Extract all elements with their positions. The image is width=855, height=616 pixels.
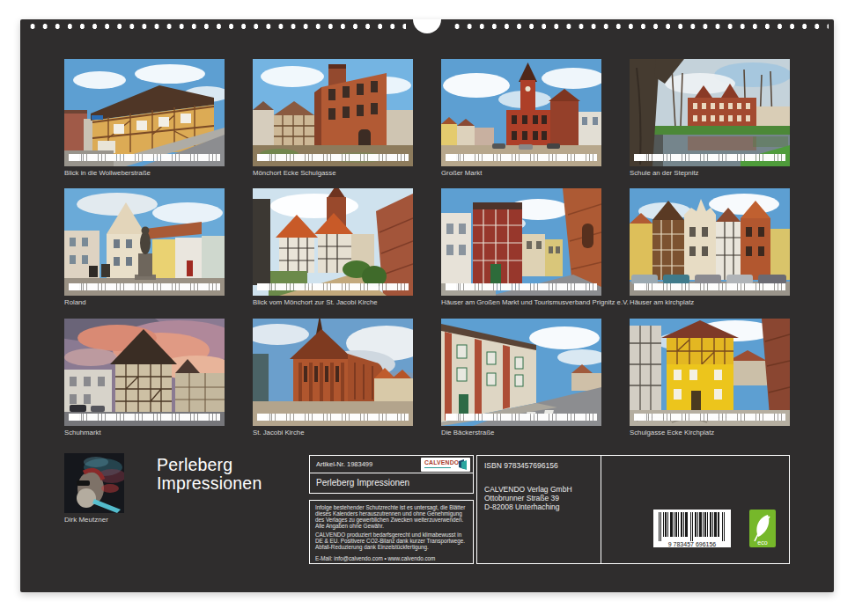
- mini-calendar-strip: [446, 283, 597, 290]
- vertical-divider: [601, 456, 602, 563]
- photo-caption: Blick vom Mönchort zur St. Jacobi Kirche: [253, 298, 378, 306]
- photo-illustration: [630, 59, 790, 166]
- photo-grosser-markt: [441, 59, 601, 166]
- publisher-address: CALVENDO Verlag GmbH Ottobrunner Straße …: [484, 486, 572, 511]
- photo-wollweberstrasse: [64, 59, 225, 166]
- legal-text-box: Infolge bestehender Schutzrechte ist es …: [309, 500, 474, 564]
- article-row: Artikel-Nr. 1983499 CALVENDO: [310, 456, 473, 473]
- mini-calendar-strip: [634, 154, 785, 161]
- mini-calendar-strip: [446, 414, 597, 421]
- photo-caption: Blick in die Wollweberstraße: [64, 169, 151, 177]
- photo-illustration: [441, 319, 601, 426]
- photo-caption: St. Jacobi Kirche: [253, 429, 305, 436]
- binding-holes-left: [26, 22, 406, 31]
- barcode-number: 9 783457 696156: [668, 541, 717, 547]
- photo-haeuser-kirchplatz: [630, 188, 790, 296]
- photo-caption: Die Bäckerstraße: [441, 429, 494, 436]
- legal-paragraph: CALVENDO produziert bedarfsgerecht und k…: [315, 532, 468, 550]
- photo-schulgasse-kirchplatz: [630, 319, 790, 426]
- legal-paragraph: Infolge bestehender Schutzrechte ist es …: [315, 504, 468, 529]
- photo-illustration: [253, 59, 413, 166]
- photo-caption: Großer Markt: [441, 169, 482, 177]
- photo-illustration: [441, 59, 601, 166]
- mini-calendar-strip: [257, 414, 409, 421]
- eco-label-text: eco: [749, 539, 776, 546]
- mini-calendar-strip: [634, 414, 785, 421]
- email-line: E-Mail: info@calvendo.com • www.calvendo…: [315, 555, 468, 561]
- mini-calendar-strip: [257, 283, 409, 290]
- mini-calendar-strip: [634, 283, 785, 290]
- photo-illustration: [253, 188, 413, 296]
- photo-illustration: [253, 319, 413, 426]
- photo-illustration: [630, 188, 790, 296]
- photo-schuhmarkt: [64, 319, 225, 426]
- mini-calendar-strip: [69, 154, 220, 161]
- photo-caption: Häuser am kirchplatz: [630, 298, 694, 306]
- author-photo: [64, 453, 124, 513]
- calendar-back-panel: Blick in die Wollweberstraße: [20, 19, 834, 592]
- photo-caption: Roland: [64, 298, 86, 306]
- article-number: Artikel-Nr. 1983499: [316, 456, 372, 473]
- photo-blick-jacobi: [253, 188, 413, 296]
- barcode-bars: 9 783457 696156: [653, 510, 731, 547]
- calvendo-logo-tagline: [424, 467, 451, 469]
- photo-jacobi-kirche: [253, 319, 413, 426]
- mini-calendar-strip: [69, 414, 220, 421]
- isbn-number: ISBN 9783457696156: [484, 461, 558, 470]
- photo-illustration: [64, 319, 225, 426]
- photo-caption: Mönchort Ecke Schulgasse: [253, 169, 335, 177]
- calvendo-logo-text: CALVENDO: [424, 459, 459, 466]
- photo-caption: Schuhmarkt: [64, 429, 101, 436]
- photo-schule-stepnitz: [630, 59, 790, 166]
- photo-illustration: [630, 319, 790, 426]
- photo-illustration: [64, 59, 225, 166]
- product-title: Perleberg Impressionen: [310, 473, 473, 492]
- barcode: 9 783457 696156: [653, 510, 731, 547]
- mini-calendar-strip: [257, 154, 409, 161]
- photo-caption: Schulgasse Ecke Kirchplatz: [630, 429, 714, 436]
- publisher-box: ISBN 9783457696156 CALVENDO Verlag GmbH …: [476, 455, 790, 564]
- calendar-back-cover: Blick in die Wollweberstraße: [0, 0, 855, 616]
- calvendo-logo-icon: [458, 459, 468, 470]
- photo-moenchort-schulgasse: [253, 59, 413, 166]
- photo-baeckerstrasse: [441, 319, 601, 426]
- calendar-title: Perleberg Impressionen: [157, 456, 262, 492]
- photo-caption: Schule an der Stepnitz: [630, 169, 698, 177]
- author-name: Dirk Meutzner: [64, 516, 108, 524]
- mini-calendar-strip: [446, 154, 597, 161]
- article-info-box: Artikel-Nr. 1983499 CALVENDO Perleberg I…: [309, 455, 474, 494]
- hanger-notch: [413, 19, 441, 33]
- calendar-title-line2: Impressionen: [157, 474, 262, 493]
- author-portrait-illustration: [64, 453, 124, 513]
- photo-roland: [64, 188, 225, 296]
- photo-haeuser-grosser-markt: [441, 188, 601, 296]
- photo-illustration: [441, 188, 601, 296]
- photo-caption: Häuser am Großen Markt und Tourismusverb…: [441, 298, 629, 306]
- calendar-title-line1: Perleberg: [157, 456, 262, 474]
- address-line: D-82008 Unterhaching: [484, 503, 572, 512]
- mini-calendar-strip: [69, 283, 220, 290]
- calvendo-logo: CALVENDO: [421, 458, 470, 472]
- eco-label-badge: eco: [749, 510, 776, 547]
- photo-illustration: [64, 188, 225, 296]
- binding-holes-right: [451, 22, 829, 31]
